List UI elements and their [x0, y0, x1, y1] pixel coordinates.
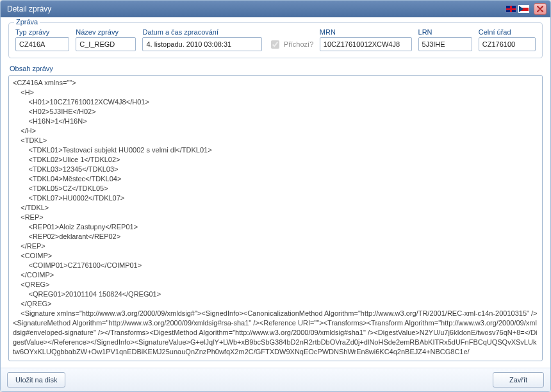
content-box[interactable]: <CZ416A xmlns=""> <H> <H01>10CZ17610012X… — [8, 75, 543, 361]
close-dialog-button[interactable]: Zavřít — [493, 372, 544, 388]
field-datum: Datum a čas zpracování — [142, 28, 261, 51]
field-mrn: MRN — [320, 28, 412, 51]
flag-cz-icon[interactable] — [518, 5, 529, 13]
field-lrn: LRN — [418, 28, 472, 51]
label-nazev-zpravy: Název zprávy — [76, 28, 136, 36]
input-nazev-zpravy[interactable] — [76, 37, 136, 51]
flag-en-icon[interactable] — [506, 5, 516, 13]
dialog-window: Detail zprávy Zpráva Typ zprávy Název zp… — [0, 0, 551, 392]
titlebar-actions — [506, 3, 547, 15]
field-row: Typ zprávy Název zprávy Datum a čas zpra… — [15, 28, 536, 51]
fieldset-legend: Zpráva — [14, 18, 40, 26]
checkbox-prichozi — [271, 40, 279, 49]
label-datum: Datum a čas zpracování — [142, 28, 261, 36]
dialog-footer: Uložit na disk Zavřít — [1, 368, 550, 391]
dialog-body: Zpráva Typ zprávy Název zprávy Datum a č… — [1, 17, 550, 368]
label-prichozi: Příchozí? — [284, 40, 313, 48]
save-to-disk-button[interactable]: Uložit na disk — [7, 372, 65, 388]
field-prichozi: Příchozí? — [268, 37, 313, 51]
label-typ-zpravy: Typ zprávy — [15, 28, 69, 36]
titlebar: Detail zprávy — [1, 1, 550, 17]
content-label: Obsah zprávy — [10, 65, 543, 72]
input-mrn[interactable] — [320, 37, 412, 51]
input-typ-zpravy[interactable] — [15, 37, 69, 51]
window-title: Detail zprávy — [7, 4, 51, 13]
close-icon — [537, 6, 543, 12]
input-datum[interactable] — [142, 37, 261, 51]
input-lrn[interactable] — [418, 37, 472, 51]
close-button[interactable] — [534, 3, 547, 15]
label-celni-urad: Celní úřad — [479, 28, 536, 36]
message-fieldset: Zpráva Typ zprávy Název zprávy Datum a č… — [8, 22, 543, 58]
label-lrn: LRN — [418, 28, 472, 36]
label-mrn: MRN — [320, 28, 412, 36]
field-typ-zpravy: Typ zprávy — [15, 28, 69, 51]
field-celni-urad: Celní úřad — [479, 28, 536, 51]
content-body: <CZ416A xmlns=""> <H> <H01>10CZ17610012X… — [13, 78, 538, 357]
input-celni-urad[interactable] — [479, 37, 536, 51]
field-nazev-zpravy: Název zprávy — [76, 28, 136, 51]
